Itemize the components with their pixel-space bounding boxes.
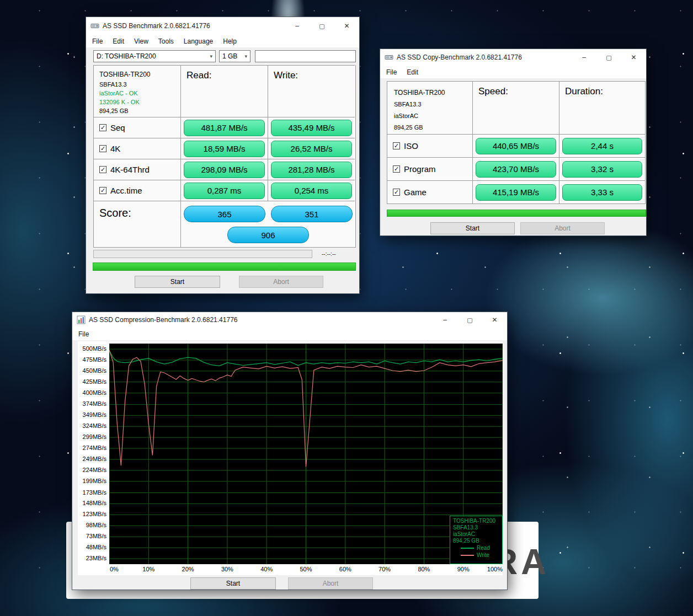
abort-button[interactable]: Abort bbox=[288, 577, 373, 590]
app-icon bbox=[385, 53, 393, 62]
maximize-button[interactable]: ▢ bbox=[596, 49, 621, 66]
test-label: 4K bbox=[110, 144, 120, 153]
4k-checkbox[interactable]: ✓ bbox=[99, 145, 106, 152]
x-tick-label: 100% bbox=[487, 566, 503, 572]
compression-benchmark-window: AS SSD Compression-Benchmark 2.0.6821.41… bbox=[72, 312, 508, 590]
maximize-icon: ▢ bbox=[606, 54, 611, 61]
program-checkbox[interactable]: ✓ bbox=[393, 165, 400, 173]
legend-device-firmware: SBFA13.3 bbox=[453, 524, 499, 531]
y-tick-label: 349MB/s bbox=[83, 411, 106, 418]
score-read-value: 365 bbox=[184, 206, 265, 222]
legend-read-entry: Read bbox=[453, 544, 499, 551]
acctime-write-value: 0,254 ms bbox=[271, 183, 352, 199]
check-icon: ✓ bbox=[394, 189, 399, 195]
duration-column-header: Duration: bbox=[559, 81, 645, 134]
y-tick-label: 123MB/s bbox=[83, 511, 106, 517]
x-tick-label: 80% bbox=[418, 566, 430, 572]
menu-item-language[interactable]: Language bbox=[179, 35, 218, 47]
start-button[interactable]: Start bbox=[430, 222, 515, 234]
device-model: TOSHIBA-TR200 bbox=[99, 70, 175, 79]
menu-item-file[interactable]: File bbox=[381, 66, 402, 78]
seq-checkbox[interactable]: ✓ bbox=[99, 124, 106, 131]
test-label: Program bbox=[404, 164, 436, 174]
copy-benchmark-window: AS SSD Copy-Benchmark 2.0.6821.41776 – ▢… bbox=[380, 49, 647, 236]
program-speed-value: 423,70 MB/s bbox=[476, 161, 556, 178]
game-checkbox[interactable]: ✓ bbox=[393, 189, 400, 196]
test-row-4k-label: ✓ 4K bbox=[93, 138, 180, 159]
x-tick-label: 40% bbox=[260, 566, 273, 572]
seq-write-value: 435,49 MB/s bbox=[271, 120, 352, 136]
menu-item-file[interactable]: File bbox=[73, 328, 94, 340]
menu-item-help[interactable]: Help bbox=[218, 35, 242, 47]
score-write-value: 351 bbox=[271, 206, 353, 222]
y-tick-label: 249MB/s bbox=[83, 456, 106, 462]
minimize-button[interactable]: – bbox=[433, 312, 457, 328]
benchmark-overall-progress bbox=[93, 263, 356, 271]
minimize-icon: – bbox=[582, 53, 586, 61]
compression-menubar: File bbox=[72, 328, 507, 340]
minimize-icon: – bbox=[443, 316, 447, 324]
seq-read-value: 481,87 MB/s bbox=[184, 120, 265, 136]
device-firmware: SBFA13.3 bbox=[99, 80, 175, 89]
y-tick-label: 299MB/s bbox=[83, 433, 106, 440]
legend-write-entry: Write bbox=[453, 551, 499, 559]
score-label: Score: bbox=[93, 201, 180, 247]
legend-device-capacity: 894,25 GB bbox=[453, 538, 499, 544]
copy-titlebar[interactable]: AS SSD Copy-Benchmark 2.0.6821.41776 – ▢… bbox=[380, 49, 646, 66]
close-button[interactable]: ✕ bbox=[482, 312, 507, 328]
acctime-checkbox[interactable]: ✓ bbox=[99, 187, 106, 194]
test-row-program-label: ✓ Program bbox=[387, 157, 472, 180]
iso-checkbox[interactable]: ✓ bbox=[393, 142, 400, 149]
close-button[interactable]: ✕ bbox=[621, 49, 646, 66]
start-button[interactable]: Start bbox=[190, 577, 276, 590]
close-button[interactable]: ✕ bbox=[334, 17, 359, 35]
close-icon: ✕ bbox=[631, 53, 636, 61]
check-icon: ✓ bbox=[394, 143, 399, 149]
check-icon: ✓ bbox=[100, 125, 105, 131]
menu-item-tools[interactable]: Tools bbox=[153, 35, 179, 47]
compression-titlebar[interactable]: AS SSD Compression-Benchmark 2.0.6821.41… bbox=[72, 312, 507, 328]
test-size-select[interactable]: 1 GB ▾ bbox=[219, 50, 250, 62]
abort-button[interactable]: Abort bbox=[520, 222, 605, 234]
chart-y-axis: 500MB/s475MB/s450MB/s425MB/s400MB/s374MB… bbox=[78, 344, 109, 564]
y-tick-label: 98MB/s bbox=[86, 522, 106, 528]
maximize-button[interactable]: ▢ bbox=[310, 17, 334, 35]
check-icon: ✓ bbox=[100, 167, 105, 173]
maximize-button[interactable]: ▢ bbox=[457, 312, 482, 328]
y-tick-label: 48MB/s bbox=[86, 544, 106, 550]
read-line-sample bbox=[461, 548, 474, 549]
read-column-header: Read: bbox=[180, 65, 268, 117]
window-title: AS SSD Benchmark 2.0.6821.41776 bbox=[103, 22, 210, 30]
legend-device-model: TOSHIBA-TR200 bbox=[453, 518, 499, 524]
check-icon: ✓ bbox=[100, 188, 105, 194]
maximize-icon: ▢ bbox=[467, 317, 472, 324]
y-tick-label: 450MB/s bbox=[83, 367, 106, 374]
benchmark-menubar: File Edit View Tools Language Help bbox=[86, 35, 359, 47]
game-duration-value: 3,33 s bbox=[562, 184, 642, 201]
4k64-checkbox[interactable]: ✓ bbox=[99, 166, 106, 173]
menu-item-file[interactable]: File bbox=[87, 35, 108, 47]
benchmark-titlebar[interactable]: AS SSD Benchmark 2.0.6821.41776 – ▢ ✕ bbox=[86, 17, 359, 35]
benchmark-text-input[interactable] bbox=[255, 50, 356, 62]
minimize-button[interactable]: – bbox=[285, 17, 310, 35]
window-controls: – ▢ ✕ bbox=[572, 49, 646, 66]
maximize-icon: ▢ bbox=[319, 23, 324, 30]
minimize-button[interactable]: – bbox=[572, 49, 596, 66]
y-tick-label: 148MB/s bbox=[83, 500, 106, 506]
copy-results-table: TOSHIBA-TR200 SBFA13.3 iaStorAC 894,25 G… bbox=[387, 81, 646, 204]
menu-item-view[interactable]: View bbox=[129, 35, 153, 47]
close-icon: ✕ bbox=[492, 316, 497, 324]
drive-select[interactable]: D: TOSHIBA-TR200 ▾ bbox=[93, 50, 216, 62]
write-line-sample bbox=[461, 555, 474, 556]
x-tick-label: 90% bbox=[457, 566, 470, 572]
menu-item-edit[interactable]: Edit bbox=[402, 66, 423, 78]
menu-item-edit[interactable]: Edit bbox=[108, 35, 129, 47]
x-tick-label: 50% bbox=[300, 566, 312, 572]
start-button[interactable]: Start bbox=[135, 276, 220, 288]
app-icon bbox=[77, 315, 86, 324]
copy-overall-progress bbox=[387, 210, 646, 217]
drive-select-value: D: TOSHIBA-TR200 bbox=[97, 52, 156, 60]
x-tick-label: 60% bbox=[339, 566, 351, 572]
x-tick-label: 30% bbox=[221, 566, 233, 572]
abort-button[interactable]: Abort bbox=[239, 276, 323, 288]
